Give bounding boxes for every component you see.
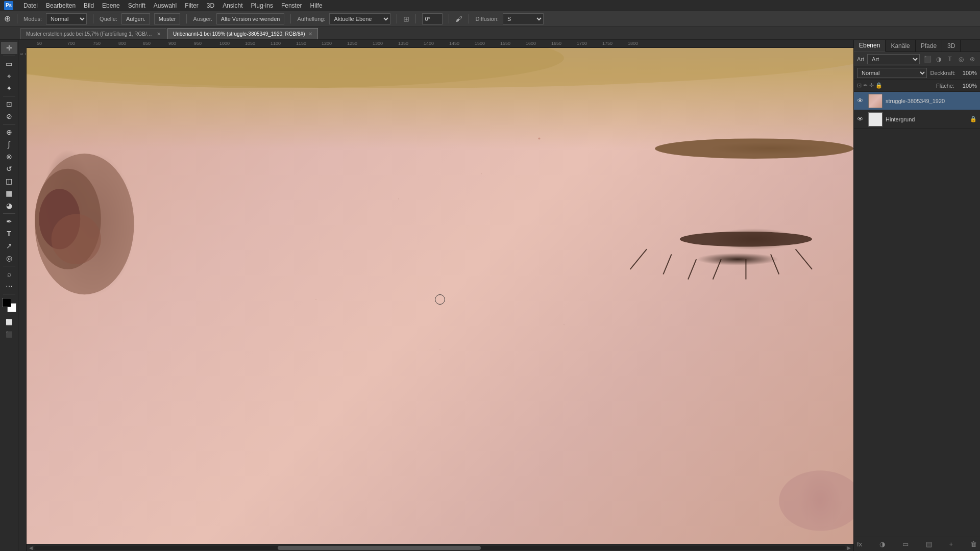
- quick-mask-tool[interactable]: ⬜: [1, 316, 17, 328]
- layer-new-icon[interactable]: +: [949, 540, 953, 548]
- canvas-container: 50 700 750 800 850 900 950 1000 1050 110…: [18, 40, 853, 551]
- mode-select[interactable]: Normal: [46, 13, 87, 24]
- menu-bar: Ps Datei Bearbeiten Bild Ebene Schrift A…: [0, 0, 980, 11]
- selection-tool[interactable]: ▭: [1, 58, 17, 70]
- panel-tab-ebenen[interactable]: Ebenen: [854, 40, 886, 52]
- crop-tool[interactable]: ⊡: [1, 98, 17, 110]
- scroll-left-arrow[interactable]: ◀: [28, 545, 34, 550]
- brush-options-icon[interactable]: 🖌: [455, 15, 462, 23]
- lock-transparent-icon[interactable]: ⊡: [857, 82, 862, 89]
- menu-ebene[interactable]: Ebene: [102, 2, 120, 9]
- eyedropper-tool[interactable]: ⊘: [1, 110, 17, 122]
- aufgen-button[interactable]: Aufgen.: [121, 13, 150, 24]
- filter-pixel-icon[interactable]: ⬛: [923, 55, 932, 64]
- clone-stamp-tool[interactable]: ⊗: [1, 151, 17, 163]
- move-tool[interactable]: ✛: [1, 42, 17, 54]
- eraser-tool[interactable]: ◫: [1, 175, 17, 187]
- filter-adjust-icon[interactable]: ◑: [934, 55, 943, 64]
- layer-item-1[interactable]: 👁 Hintergrund 🔒: [854, 110, 980, 129]
- lasso-tool[interactable]: ⌖: [1, 70, 17, 82]
- ruler-mark-1650: 1650: [551, 41, 561, 46]
- hand-tool[interactable]: ⋯: [1, 280, 17, 292]
- tab-1-close[interactable]: ✕: [308, 31, 312, 37]
- lock-move-icon[interactable]: ✛: [869, 82, 874, 89]
- menu-hilfe[interactable]: Hilfe: [310, 2, 323, 9]
- panel-tab-kanaele[interactable]: Kanäle: [886, 40, 915, 52]
- panel-tab-3d[interactable]: 3D: [942, 40, 961, 52]
- menu-bearbeiten[interactable]: Bearbeiten: [46, 2, 76, 9]
- menu-plugins[interactable]: Plug-ins: [251, 2, 273, 9]
- brush-tool[interactable]: ∫: [1, 138, 17, 151]
- tab-0-close[interactable]: ✕: [157, 31, 161, 37]
- ausger-label: Ausger.: [193, 16, 212, 22]
- muster-button[interactable]: Muster: [154, 13, 181, 24]
- sep-3: [186, 14, 187, 23]
- layer-1-name: Hintergrund: [886, 116, 967, 122]
- menu-schrift[interactable]: Schrift: [128, 2, 145, 9]
- svg-line-8: [630, 249, 647, 269]
- canvas-and-v: 0 1 2 3 4 5 6 7 8 9: [18, 48, 853, 551]
- layer-adjustment-icon[interactable]: ◑: [879, 540, 885, 548]
- fill-label: Fläche:: [936, 83, 954, 89]
- right-panel: Ebenen Kanäle Pfade 3D Art Art ⬛ ◑ T ◎ ⊛…: [853, 40, 980, 551]
- v-mark-10: 9: [19, 53, 24, 55]
- menu-fenster[interactable]: Fenster: [281, 2, 302, 9]
- tab-1[interactable]: Unbenannt-1 bei 109% (struggle-3805349_1…: [167, 28, 318, 39]
- menu-ansicht[interactable]: Ansicht: [223, 2, 242, 9]
- ruler-mark-1350: 1350: [398, 41, 408, 46]
- healing-tool[interactable]: ⊕: [1, 126, 17, 138]
- screen-mode-tool[interactable]: ⬛: [1, 328, 17, 340]
- magic-wand-tool[interactable]: ✦: [1, 82, 17, 94]
- layer-fx-icon[interactable]: fx: [857, 540, 862, 548]
- sep-7: [449, 14, 449, 23]
- filter-type-select[interactable]: Art: [867, 54, 920, 64]
- layer-item-0[interactable]: 👁 struggle-3805349_1920: [854, 92, 980, 110]
- color-swatches[interactable]: [2, 298, 16, 312]
- shape-tool[interactable]: ◎: [1, 252, 17, 264]
- sep-6: [415, 14, 416, 23]
- diffusion-select[interactable]: S: [503, 13, 544, 24]
- type-tool[interactable]: T: [1, 228, 17, 240]
- angle-input[interactable]: [422, 13, 443, 24]
- lock-paint-icon[interactable]: ✒: [863, 82, 868, 89]
- menu-filter[interactable]: Filter: [185, 2, 199, 9]
- layer-mask-icon[interactable]: ▭: [902, 540, 909, 548]
- canvas-wrapper[interactable]: ◀ ▶: [27, 48, 853, 551]
- gradient-tool[interactable]: ▦: [1, 187, 17, 199]
- scroll-right-arrow[interactable]: ▶: [846, 545, 852, 550]
- filter-shape-icon[interactable]: ◎: [957, 55, 966, 64]
- layer-0-thumb-preview: [869, 94, 882, 108]
- filter-type-icon[interactable]: T: [945, 55, 954, 64]
- alte-version-button[interactable]: Alte Version verwenden: [216, 13, 285, 24]
- ruler-mark-1250: 1250: [347, 41, 357, 46]
- menu-3d[interactable]: 3D: [207, 2, 214, 9]
- layer-delete-icon[interactable]: 🗑: [970, 540, 977, 548]
- ruler-mark-1200: 1200: [322, 41, 332, 46]
- lock-all-icon[interactable]: 🔒: [875, 82, 883, 89]
- h-scroll-thumb[interactable]: [278, 546, 481, 550]
- blend-mode-select[interactable]: Normal: [857, 68, 927, 78]
- layer-group-icon[interactable]: ▤: [926, 540, 932, 548]
- h-scroll-track[interactable]: [34, 546, 846, 550]
- dodge-tool[interactable]: ◕: [1, 199, 17, 212]
- layer-1-visibility[interactable]: 👁: [857, 115, 865, 123]
- layers-filter: Art Art ⬛ ◑ T ◎ ⊛: [854, 52, 980, 66]
- fg-color-swatch[interactable]: [2, 298, 11, 307]
- menu-bild[interactable]: Bild: [84, 2, 94, 9]
- pen-tool[interactable]: ✒: [1, 215, 17, 228]
- svg-point-20: [439, 349, 440, 350]
- filter-smart-icon[interactable]: ⊛: [968, 55, 977, 64]
- menu-datei[interactable]: Datei: [23, 2, 38, 9]
- h-scrollbar: ◀ ▶: [27, 544, 853, 551]
- ruler-mark-1550: 1550: [500, 41, 510, 46]
- menu-auswahl[interactable]: Auswahl: [154, 2, 177, 9]
- path-selection-tool[interactable]: ↗: [1, 240, 17, 252]
- align-icon[interactable]: ⊞: [403, 15, 409, 23]
- zoom-tool[interactable]: ⌕: [1, 268, 17, 280]
- ruler-mark-1500: 1500: [475, 41, 485, 46]
- history-brush-tool[interactable]: ↺: [1, 163, 17, 175]
- aufhellung-select[interactable]: Aktuelle Ebene: [329, 13, 390, 24]
- panel-tab-pfade[interactable]: Pfade: [916, 40, 942, 52]
- tab-0[interactable]: Muster erstellen.psdc bei 15,7% (Farbfül…: [20, 28, 166, 39]
- layer-0-visibility[interactable]: 👁: [857, 97, 865, 105]
